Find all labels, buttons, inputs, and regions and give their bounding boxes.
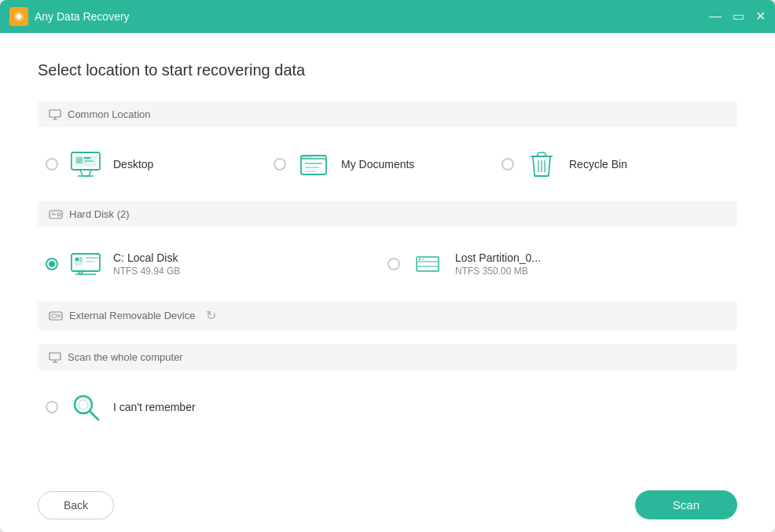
minimize-button[interactable]: — bbox=[709, 10, 722, 23]
app-logo bbox=[9, 7, 28, 26]
common-location-header: Common Location bbox=[38, 101, 737, 127]
svg-rect-7 bbox=[84, 160, 94, 162]
recycle-bin-item[interactable]: Recycle Bin bbox=[501, 141, 729, 187]
i-cant-remember-info: I can't remember bbox=[113, 401, 196, 413]
desktop-item[interactable]: Desktop bbox=[46, 141, 274, 187]
my-documents-icon bbox=[297, 148, 330, 181]
lost-partition-icon bbox=[411, 248, 444, 281]
recycle-bin-icon bbox=[525, 148, 558, 181]
c-local-disk-radio[interactable] bbox=[46, 258, 58, 270]
i-cant-remember-radio[interactable] bbox=[46, 401, 58, 413]
my-documents-radio[interactable] bbox=[274, 158, 286, 171]
svg-point-14 bbox=[57, 213, 61, 216]
refresh-icon[interactable]: ↻ bbox=[206, 308, 216, 323]
c-local-disk-icon bbox=[69, 248, 102, 281]
footer: Back Scan bbox=[0, 478, 775, 532]
window-controls: — ▭ ✕ bbox=[709, 10, 766, 23]
external-removable-section: External Removable Device ↻ bbox=[38, 301, 737, 330]
svg-point-23 bbox=[419, 259, 421, 260]
app-title: Any Data Recovery bbox=[35, 10, 709, 23]
scan-whole-section: Scan the whole computer I can't remember bbox=[38, 344, 737, 430]
external-removable-label: External Removable Device bbox=[69, 310, 195, 321]
external-removable-header: External Removable Device ↻ bbox=[38, 301, 737, 330]
svg-rect-20 bbox=[86, 257, 98, 259]
app-window: Any Data Recovery — ▭ ✕ Select location … bbox=[0, 0, 775, 532]
svg-rect-12 bbox=[305, 171, 316, 172]
lost-partition-radio[interactable] bbox=[388, 258, 400, 270]
lost-partition-info: Lost Partition_0... NTFS 350.00 MB bbox=[455, 251, 541, 277]
svg-rect-26 bbox=[52, 314, 57, 317]
lost-partition-name: Lost Partition_0... bbox=[455, 251, 541, 264]
svg-rect-10 bbox=[305, 163, 322, 164]
monitor-icon bbox=[49, 109, 61, 120]
recycle-bin-radio[interactable] bbox=[501, 158, 514, 171]
common-location-label: Common Location bbox=[68, 108, 151, 120]
desktop-radio[interactable] bbox=[46, 158, 58, 171]
scan-whole-header: Scan the whole computer bbox=[38, 344, 737, 370]
hdd-icon bbox=[49, 209, 63, 220]
svg-rect-18 bbox=[79, 258, 82, 259]
hard-disk-items: C: Local Disk NTFS 49.94 GB bbox=[38, 241, 737, 287]
i-cant-remember-item[interactable]: I can't remember bbox=[46, 384, 729, 430]
desktop-info: Desktop bbox=[113, 158, 153, 171]
my-documents-name: My Documents bbox=[341, 158, 414, 171]
svg-point-30 bbox=[79, 400, 88, 409]
search-magnifier-icon bbox=[69, 391, 102, 424]
svg-rect-17 bbox=[75, 258, 79, 261]
titlebar: Any Data Recovery — ▭ ✕ bbox=[0, 0, 775, 33]
svg-rect-5 bbox=[76, 157, 83, 163]
hard-disk-section: Hard Disk (2) bbox=[38, 201, 737, 287]
svg-rect-6 bbox=[84, 157, 90, 159]
main-content: Select location to start recovering data… bbox=[0, 33, 775, 478]
c-local-disk-item[interactable]: C: Local Disk NTFS 49.94 GB bbox=[46, 241, 388, 287]
page-title: Select location to start recovering data bbox=[38, 61, 737, 79]
scan-whole-items: I can't remember bbox=[38, 384, 737, 430]
scan-computer-icon bbox=[49, 352, 61, 363]
desktop-name: Desktop bbox=[113, 158, 153, 171]
c-local-disk-info: C: Local Disk NTFS 49.94 GB bbox=[113, 251, 180, 277]
lost-partition-sub: NTFS 350.00 MB bbox=[455, 266, 541, 277]
common-location-section: Common Location bbox=[38, 101, 737, 187]
svg-rect-9 bbox=[301, 156, 312, 159]
scan-whole-label: Scan the whole computer bbox=[68, 351, 183, 363]
hard-disk-header: Hard Disk (2) bbox=[38, 201, 737, 227]
c-local-disk-name: C: Local Disk bbox=[113, 251, 180, 264]
close-button[interactable]: ✕ bbox=[755, 10, 766, 23]
recycle-bin-info: Recycle Bin bbox=[569, 158, 627, 171]
svg-point-27 bbox=[58, 314, 61, 317]
recycle-bin-name: Recycle Bin bbox=[569, 158, 627, 171]
svg-rect-11 bbox=[305, 167, 319, 168]
usb-icon bbox=[49, 310, 63, 321]
back-button[interactable]: Back bbox=[38, 491, 114, 519]
svg-rect-21 bbox=[86, 261, 95, 262]
hard-disk-label: Hard Disk (2) bbox=[69, 208, 130, 220]
common-location-items: Desktop bbox=[38, 141, 737, 187]
my-documents-info: My Documents bbox=[341, 158, 414, 171]
lost-partition-item[interactable]: Lost Partition_0... NTFS 350.00 MB bbox=[388, 241, 729, 287]
svg-rect-2 bbox=[50, 110, 61, 117]
desktop-icon bbox=[69, 148, 102, 181]
svg-point-24 bbox=[422, 259, 424, 260]
svg-rect-19 bbox=[79, 260, 82, 262]
scan-button[interactable]: Scan bbox=[635, 490, 737, 519]
maximize-button[interactable]: ▭ bbox=[733, 10, 744, 23]
my-documents-item[interactable]: My Documents bbox=[274, 141, 501, 187]
i-cant-remember-name: I can't remember bbox=[113, 401, 196, 413]
c-local-disk-sub: NTFS 49.94 GB bbox=[113, 266, 180, 277]
svg-rect-28 bbox=[50, 353, 61, 360]
